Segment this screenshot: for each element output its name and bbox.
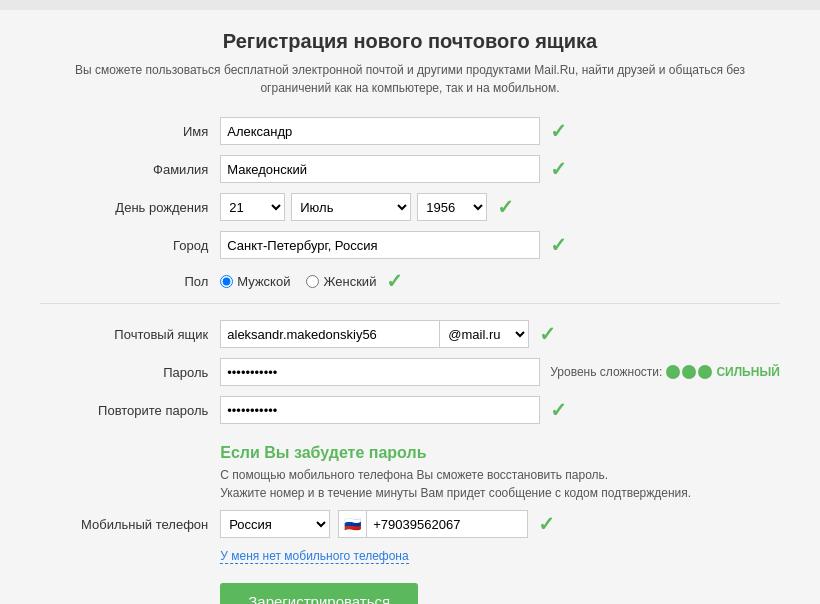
gender-label: Пол xyxy=(40,274,220,289)
phone-with-flag: 🇷🇺 xyxy=(338,510,528,538)
email-input[interactable] xyxy=(220,320,440,348)
surname-row: Фамилия ✓ xyxy=(40,155,779,183)
repeat-password-label: Повторите пароль xyxy=(40,403,220,418)
page-wrapper: Регистрация нового почтового ящика Вы см… xyxy=(0,10,819,604)
gender-checkmark: ✓ xyxy=(386,269,403,293)
recovery-title: Если Вы забудете пароль xyxy=(220,444,779,462)
birthday-month-select[interactable]: Июль xyxy=(291,193,411,221)
birthday-year-select[interactable]: 1956 xyxy=(417,193,487,221)
page-title: Регистрация нового почтового ящика xyxy=(40,30,779,53)
strength-icon-2 xyxy=(682,365,696,379)
repeat-password-field: ✓ xyxy=(220,396,779,424)
email-checkmark: ✓ xyxy=(539,322,556,346)
repeat-password-checkmark: ✓ xyxy=(550,398,567,422)
city-label: Город xyxy=(40,238,220,253)
divider-1 xyxy=(40,303,779,304)
strength-text: Уровень сложности: xyxy=(550,365,662,379)
gender-female-radio[interactable] xyxy=(306,275,319,288)
phone-field: Россия 🇷🇺 ✓ xyxy=(220,510,779,538)
name-input[interactable] xyxy=(220,117,540,145)
name-label: Имя xyxy=(40,124,220,139)
phone-input[interactable] xyxy=(367,511,527,537)
surname-label: Фамилия xyxy=(40,162,220,177)
name-row: Имя ✓ xyxy=(40,117,779,145)
recovery-text-2: Укажите номер и в течение минуты Вам при… xyxy=(220,484,720,502)
email-field: @mail.ru @inbox.ru @list.ru @bk.ru ✓ xyxy=(220,320,779,348)
recovery-section: Если Вы забудете пароль С помощью мобиль… xyxy=(220,444,779,502)
repeat-password-input[interactable] xyxy=(220,396,540,424)
surname-input[interactable] xyxy=(220,155,540,183)
city-row: Город ✓ xyxy=(40,231,779,259)
strength-icon-3 xyxy=(698,365,712,379)
password-strength: Уровень сложности: СИЛЬНЫЙ xyxy=(550,365,779,379)
surname-checkmark: ✓ xyxy=(550,157,567,181)
password-label: Пароль xyxy=(40,365,220,380)
strength-label: СИЛЬНЫЙ xyxy=(716,365,779,379)
birthday-row: День рождения 21 Июль 1956 ✓ xyxy=(40,193,779,221)
phone-row: Мобильный телефон Россия 🇷🇺 ✓ xyxy=(40,510,779,538)
gender-female-text: Женский xyxy=(323,274,376,289)
gender-row: Пол Мужской Женский ✓ xyxy=(40,269,779,293)
gender-field: Мужской Женский ✓ xyxy=(220,269,779,293)
gender-female-label[interactable]: Женский xyxy=(306,274,376,289)
city-checkmark: ✓ xyxy=(550,233,567,257)
city-field: ✓ xyxy=(220,231,779,259)
no-phone-link[interactable]: У меня нет мобильного телефона xyxy=(220,549,408,564)
password-input[interactable] xyxy=(220,358,540,386)
page-subtitle: Вы сможете пользоваться бесплатной элект… xyxy=(40,61,779,97)
birthday-day-select[interactable]: 21 xyxy=(220,193,285,221)
recovery-text-1: С помощью мобильного телефона Вы сможете… xyxy=(220,466,720,484)
strength-icon-1 xyxy=(666,365,680,379)
repeat-password-row: Повторите пароль ✓ xyxy=(40,396,779,424)
city-input[interactable] xyxy=(220,231,540,259)
email-row: Почтовый ящик @mail.ru @inbox.ru @list.r… xyxy=(40,320,779,348)
birthday-label: День рождения xyxy=(40,200,220,215)
birthday-checkmark: ✓ xyxy=(497,195,514,219)
gender-male-radio[interactable] xyxy=(220,275,233,288)
phone-country-select[interactable]: Россия xyxy=(220,510,330,538)
register-btn-row: Зарегистрироваться xyxy=(220,583,779,604)
phone-checkmark: ✓ xyxy=(538,512,555,536)
surname-field: ✓ xyxy=(220,155,779,183)
password-row: Пароль Уровень сложности: СИЛЬНЫЙ xyxy=(40,358,779,386)
name-field: ✓ xyxy=(220,117,779,145)
birthday-selects: 21 Июль 1956 xyxy=(220,193,487,221)
email-label: Почтовый ящик xyxy=(40,327,220,342)
email-input-group: @mail.ru @inbox.ru @list.ru @bk.ru xyxy=(220,320,529,348)
no-phone-row: У меня нет мобильного телефона xyxy=(220,548,779,563)
gender-radio-group: Мужской Женский xyxy=(220,274,376,289)
phone-label: Мобильный телефон xyxy=(40,517,220,532)
name-checkmark: ✓ xyxy=(550,119,567,143)
password-field: Уровень сложности: СИЛЬНЫЙ xyxy=(220,358,779,386)
birthday-field: 21 Июль 1956 ✓ xyxy=(220,193,779,221)
email-domain-select[interactable]: @mail.ru @inbox.ru @list.ru @bk.ru xyxy=(440,320,529,348)
gender-male-text: Мужской xyxy=(237,274,290,289)
register-button[interactable]: Зарегистрироваться xyxy=(220,583,418,604)
phone-flag: 🇷🇺 xyxy=(339,511,367,537)
phone-input-group: Россия 🇷🇺 xyxy=(220,510,528,538)
gender-male-label[interactable]: Мужской xyxy=(220,274,290,289)
strength-icons xyxy=(666,365,712,379)
